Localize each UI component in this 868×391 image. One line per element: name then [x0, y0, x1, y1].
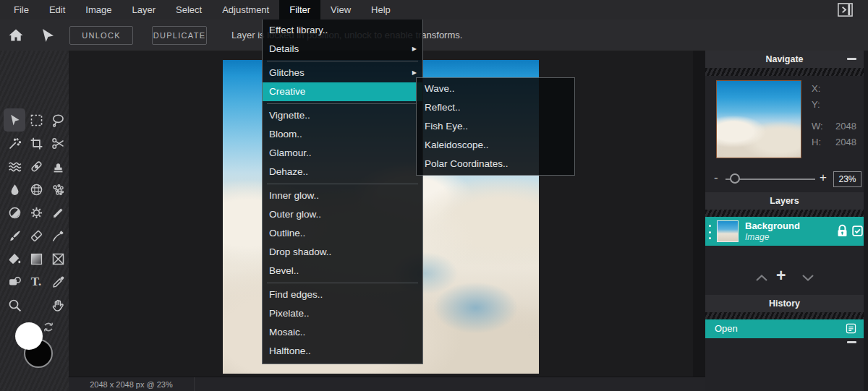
collapse-navigate-icon[interactable]: [847, 58, 856, 60]
zoom-percent-field[interactable]: 23%: [833, 171, 861, 187]
filter-menu-item-outer-glow[interactable]: Outer glow..: [263, 205, 422, 224]
menu-select[interactable]: Select: [166, 0, 212, 20]
crop-tool[interactable]: [25, 132, 47, 155]
layer-drag-handle-icon[interactable]: [709, 225, 712, 239]
submenu-item-fish-eye[interactable]: Fish Eye..: [417, 117, 574, 136]
add-layer-button[interactable]: +: [776, 266, 786, 285]
home-icon[interactable]: [7, 27, 25, 44]
arrange-cursor-icon[interactable]: [39, 27, 56, 44]
tool-spacer: [25, 293, 47, 317]
layer-controls: +: [705, 267, 864, 288]
text-tool[interactable]: T.: [25, 270, 47, 293]
foreground-color-swatch[interactable]: [15, 322, 43, 350]
menu-separator: [267, 184, 418, 184]
dodge-burn-tool[interactable]: [4, 201, 25, 224]
submenu-item-polar-coordinates[interactable]: Polar Coordinates..: [417, 155, 574, 173]
layer-row-background[interactable]: Background Image: [705, 217, 864, 246]
clone-stamp-tool[interactable]: [47, 155, 69, 178]
filter-dropdown-menu: Effect library.. Details▶ Glitches▶ Crea…: [262, 20, 423, 364]
history-entry-open[interactable]: Open: [705, 319, 864, 338]
submenu-item-reflect[interactable]: Reflect..: [417, 98, 574, 117]
gradient-tool[interactable]: [25, 247, 47, 270]
status-divider: [194, 377, 195, 391]
image-dimensions-text: 2048 x 2048 px @ 23%: [69, 380, 194, 389]
menu-file[interactable]: File: [4, 0, 39, 20]
disperse-tool[interactable]: [47, 178, 69, 201]
history-entry-icon: [845, 322, 857, 335]
liquify-tool[interactable]: [4, 155, 25, 178]
filter-menu-item-bevel[interactable]: Bevel..: [263, 262, 422, 280]
filter-menu-item-drop-shadow[interactable]: Drop shadow..: [263, 243, 422, 262]
filter-menu-item-vignette[interactable]: Vignette..: [263, 106, 422, 125]
menu-view[interactable]: View: [320, 0, 361, 20]
lasso-tool[interactable]: [47, 108, 69, 132]
navigate-thumbnail[interactable]: [716, 80, 801, 158]
blur-tool[interactable]: [4, 178, 25, 201]
brush-tool[interactable]: [4, 224, 25, 247]
menu-adjustment[interactable]: Adjustment: [212, 0, 279, 20]
shape-tool[interactable]: [4, 270, 25, 293]
layer-thumbnail[interactable]: [717, 220, 739, 242]
filter-menu-item-outline[interactable]: Outline..: [263, 224, 422, 243]
submenu-item-kaleidoscope[interactable]: Kaleidoscope..: [417, 136, 574, 155]
filter-menu-item-inner-glow[interactable]: Inner glow..: [263, 186, 422, 205]
menu-layer[interactable]: Layer: [122, 0, 166, 20]
panel-scrollbar[interactable]: [864, 51, 868, 391]
swap-colors-icon[interactable]: [42, 321, 55, 334]
zoom-out-button[interactable]: -: [714, 171, 718, 185]
zoom-slider-row: - + 23%: [705, 168, 864, 191]
zoom-in-button[interactable]: +: [820, 171, 827, 185]
menu-filter[interactable]: Filter: [279, 0, 320, 20]
wand-tool[interactable]: [4, 132, 25, 155]
navigate-header: Navigate: [705, 51, 864, 68]
select-tool[interactable]: [4, 108, 25, 132]
pencil-tool[interactable]: [47, 201, 69, 224]
heal-tool[interactable]: [25, 155, 47, 178]
right-panel: Navigate X: Y: W:2048 H:2048 - + 23% Lay…: [705, 51, 868, 391]
collapse-layers-icon[interactable]: [847, 341, 856, 343]
collapse-panel-icon[interactable]: [837, 2, 854, 17]
lock-icon[interactable]: [836, 224, 848, 238]
navigate-title: Navigate: [765, 54, 803, 64]
menu-edit[interactable]: Edit: [39, 0, 75, 20]
menu-help[interactable]: Help: [361, 0, 401, 20]
navigate-info: X: Y: W:2048 H:2048: [812, 81, 856, 150]
filter-menu-item-creative[interactable]: Creative: [263, 82, 422, 101]
eyedropper-tool[interactable]: [47, 270, 69, 293]
cut-tool[interactable]: [47, 132, 69, 155]
filter-menu-item-details[interactable]: Details▶: [263, 40, 422, 59]
hand-tool[interactable]: [47, 293, 69, 317]
filter-menu-item-pixelate[interactable]: Pixelate..: [263, 304, 422, 323]
zoom-tool[interactable]: [4, 293, 25, 317]
ink-tool[interactable]: [47, 224, 69, 247]
filter-menu-item-dehaze[interactable]: Dehaze..: [263, 163, 422, 181]
layer-visibility-checkbox[interactable]: [851, 225, 864, 237]
filter-menu-item-glitches[interactable]: Glitches▶: [263, 64, 422, 82]
x-label: X:: [812, 81, 820, 97]
workspace-scrollbar[interactable]: [693, 51, 705, 391]
filter-menu-item-halftone[interactable]: Halftone..: [263, 342, 422, 361]
frame-tool[interactable]: [47, 247, 69, 270]
filter-menu-item-find-edges[interactable]: Find edges..: [263, 285, 422, 304]
submenu-item-wave[interactable]: Wave..: [417, 80, 574, 98]
eraser-tool[interactable]: [25, 224, 47, 247]
layers-header: Layers: [705, 192, 864, 210]
creative-submenu: Wave.. Reflect.. Fish Eye.. Kaleidoscope…: [416, 77, 575, 176]
filter-menu-item-mosaic[interactable]: Mosaic..: [263, 323, 422, 342]
marquee-tool[interactable]: [25, 108, 47, 132]
menu-separator: [267, 103, 418, 104]
detail-tool[interactable]: [25, 178, 47, 201]
move-layer-down-icon[interactable]: [801, 274, 814, 282]
filter-menu-item-glamour[interactable]: Glamour..: [263, 144, 422, 163]
menu-image[interactable]: Image: [75, 0, 122, 20]
filter-menu-item-bloom[interactable]: Bloom..: [263, 125, 422, 144]
sponge-tool[interactable]: [25, 201, 47, 224]
fill-tool[interactable]: [4, 247, 25, 270]
move-layer-up-icon[interactable]: [755, 274, 768, 282]
unlock-button[interactable]: UNLOCK: [69, 26, 133, 45]
duplicate-button[interactable]: DUPLICATE: [152, 26, 207, 45]
status-bar: 2048 x 2048 px @ 23%: [69, 377, 705, 391]
zoom-slider-handle[interactable]: [730, 173, 740, 184]
filter-menu-item-effect-library[interactable]: Effect library..: [263, 21, 422, 40]
tools-panel: T.: [0, 51, 69, 391]
